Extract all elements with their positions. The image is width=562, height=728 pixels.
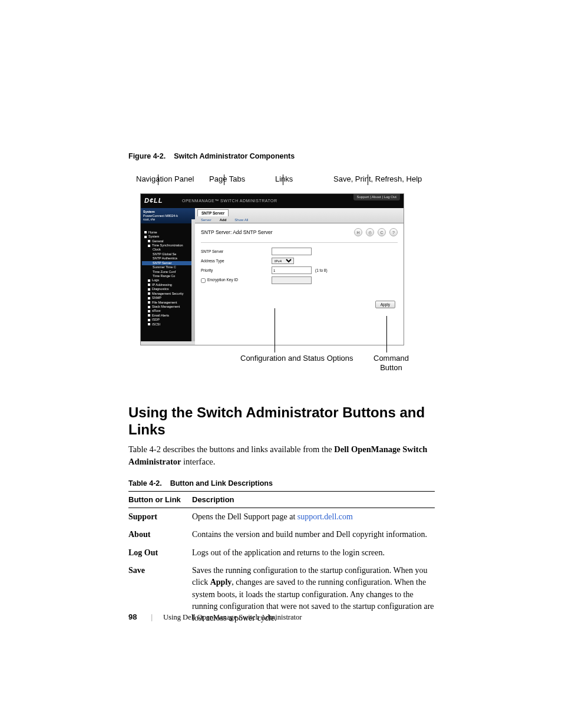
footer-separator: | bbox=[151, 612, 153, 622]
nav-item[interactable]: Clock bbox=[142, 248, 194, 252]
table-row: Log Out Logs out of the application and … bbox=[128, 544, 435, 562]
nav-item[interactable]: System bbox=[142, 235, 194, 239]
dell-logo: D¢LL bbox=[144, 197, 163, 204]
tab-primary[interactable]: SNTP Server bbox=[197, 209, 229, 216]
main-panel: SNTP Server ServerAddShow All SNTP Serve… bbox=[195, 208, 404, 345]
annotation-command: CommandButton bbox=[373, 354, 409, 373]
nav-item[interactable]: SNMP bbox=[142, 296, 194, 300]
annotation-tabs: Page Tabs bbox=[209, 174, 245, 183]
footer-text: Using Dell OpenManage Switch Administrat… bbox=[163, 613, 302, 622]
section-heading: Using the Switch Administrator Buttons a… bbox=[128, 404, 435, 439]
page-number: 98 bbox=[128, 612, 137, 621]
nav-item[interactable]: SNTP Global Se bbox=[142, 252, 194, 256]
nav-item[interactable]: iSCSI bbox=[142, 322, 194, 327]
priority-input[interactable] bbox=[272, 266, 312, 274]
encryption-key-input[interactable] bbox=[272, 276, 312, 284]
support-link[interactable]: support.dell.com bbox=[297, 512, 353, 521]
nav-item[interactable]: Time Synchronization bbox=[142, 243, 194, 248]
table-row: About Contains the version and build num… bbox=[128, 526, 435, 543]
annotation-nav: Navigation Panel bbox=[136, 174, 194, 183]
sntp-server-input[interactable] bbox=[272, 248, 312, 255]
sub-tabs[interactable]: ServerAddShow All bbox=[197, 216, 401, 223]
nav-item[interactable]: Diagnostics bbox=[142, 287, 194, 291]
nav-item[interactable]: General bbox=[142, 239, 194, 243]
nav-item[interactable]: SNTP Authentica bbox=[142, 256, 194, 261]
annotations-top: Navigation Panel Page Tabs Links Save, P… bbox=[128, 174, 435, 193]
th-description: Description bbox=[192, 492, 435, 508]
print-icon[interactable]: ⎙ bbox=[366, 228, 374, 236]
sub-tab[interactable]: Show All bbox=[234, 218, 248, 222]
sub-tab[interactable]: Server bbox=[201, 218, 211, 222]
page-footer: 98 | Using Dell OpenManage Switch Admini… bbox=[128, 612, 302, 622]
annotation-icons: Save, Print, Refresh, Help bbox=[333, 174, 422, 183]
label-address-type: Address Type bbox=[201, 259, 272, 263]
nav-item[interactable]: Logs bbox=[142, 278, 194, 282]
table-caption: Table 4-2. Button and Link Descriptions bbox=[128, 479, 435, 487]
annotation-links: Links bbox=[275, 174, 293, 183]
nav-panel[interactable]: System PowerConnect M8024-k root, r/w Ho… bbox=[141, 208, 195, 345]
screenshot: D¢LL OPENMANAGE™ SWITCH ADMINISTRATOR Su… bbox=[140, 193, 404, 345]
app-title: OPENMANAGE™ SWITCH ADMINISTRATOR bbox=[182, 199, 277, 203]
nav-item[interactable]: Management Security bbox=[142, 292, 194, 296]
nav-system-header: System PowerConnect M8024-k root, r/w bbox=[141, 208, 195, 223]
refresh-icon[interactable]: C bbox=[378, 228, 386, 236]
figure-caption: Figure 4-2. Switch Administrator Compone… bbox=[128, 152, 435, 160]
priority-hint: (1 to 8) bbox=[315, 268, 328, 272]
nav-item[interactable]: Time Range Co bbox=[142, 274, 194, 278]
encryption-checkbox[interactable] bbox=[201, 278, 206, 283]
nav-item[interactable]: Home bbox=[142, 230, 194, 235]
label-encryption: Encryption Key ID bbox=[201, 278, 272, 282]
nav-item[interactable]: Summer Time C bbox=[142, 265, 194, 269]
label-sntp-server: SNTP Server bbox=[201, 249, 272, 253]
nav-item[interactable]: Time Zone Conf bbox=[142, 270, 194, 274]
label-priority: Priority bbox=[201, 268, 272, 272]
help-icon[interactable]: ? bbox=[389, 228, 398, 236]
nav-item[interactable]: ISDP bbox=[142, 318, 194, 322]
nav-item[interactable]: File Management bbox=[142, 301, 194, 305]
scrollbar-horizontal[interactable] bbox=[141, 341, 195, 345]
description-table: Button or Link Description Support Opens… bbox=[128, 491, 435, 627]
figure-number: Figure 4-2. bbox=[128, 152, 166, 160]
annotations-bottom: Configuration and Status Options Command… bbox=[128, 345, 435, 368]
save-icon[interactable]: H bbox=[354, 228, 362, 236]
toolbar-icons: H ⎙ C ? bbox=[354, 228, 398, 236]
table-row: Support Opens the Dell Support page at s… bbox=[128, 508, 435, 526]
section-body: Table 4-2 describes the buttons and link… bbox=[128, 443, 435, 469]
nav-item[interactable]: SNTP Server bbox=[142, 261, 194, 265]
nav-item[interactable]: IP Addressing bbox=[142, 283, 194, 287]
nav-item[interactable]: Stack Management bbox=[142, 305, 194, 309]
config-form: SNTP Server Address Type IPv4 Priority (… bbox=[201, 242, 398, 285]
th-button: Button or Link bbox=[128, 492, 192, 508]
nav-tree[interactable]: HomeSystemGeneralTime SynchronizationClo… bbox=[141, 223, 195, 327]
nav-item[interactable]: sFlow bbox=[142, 309, 194, 313]
page-title: SNTP Server: Add SNTP Server bbox=[201, 229, 273, 235]
figure-title: Switch Administrator Components bbox=[174, 152, 295, 160]
annotation-config: Configuration and Status Options bbox=[240, 354, 353, 363]
header-links[interactable]: Support | About | Log Out bbox=[353, 194, 401, 200]
nav-item[interactable]: Email Alerts bbox=[142, 314, 194, 318]
app-topbar: D¢LL OPENMANAGE™ SWITCH ADMINISTRATOR Su… bbox=[141, 194, 404, 208]
address-type-select[interactable]: IPv4 bbox=[272, 258, 294, 264]
page-tabs: SNTP Server ServerAddShow All bbox=[195, 208, 404, 223]
sub-tab[interactable]: Add bbox=[220, 218, 227, 222]
apply-button[interactable]: Apply bbox=[375, 301, 395, 308]
